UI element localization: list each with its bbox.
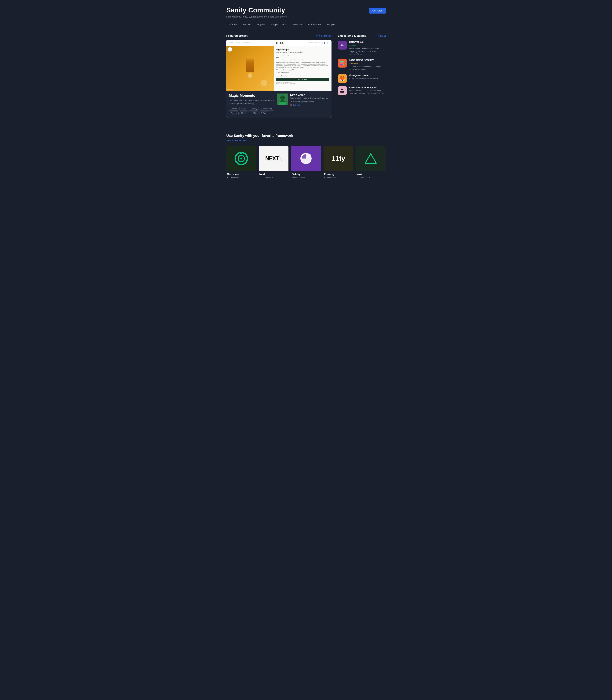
tool-item-lion-queen: 🦊 Lion Queen theme A Lion Queen theme fo… [338, 74, 386, 83]
section-title-featured: Featured project [226, 34, 248, 37]
svg-rect-7 [339, 60, 345, 66]
location-icon: 📍 [290, 101, 292, 103]
prima-content-side: Night Magic Intensive facial oil for hyd… [274, 46, 332, 91]
svg-point-21 [240, 158, 242, 159]
hire-icon: 💼 [290, 104, 292, 106]
nav-item-starters[interactable]: Starters [226, 21, 240, 28]
person-name: Kevin Green [290, 94, 329, 96]
page-subtitle: Find what you need. Learn new things. Sh… [226, 15, 287, 18]
tool-desc-giphy: Get hold of those animated GIFs right in… [349, 66, 386, 71]
tool-badge-featured: ☆ Featured [349, 62, 358, 65]
framework-card-nuxt[interactable]: Nuxt 12 contributions [356, 146, 386, 180]
header-left: Sanity Community Find what you need. Lea… [226, 6, 287, 18]
project-desc: CBD Wellness brand with a focus on edito… [229, 99, 275, 105]
prima-image-side: ✓ VERIFIED CBD FACE OIL [226, 46, 274, 91]
tool-desc-gatsby-cloud: Sanity Studio Dashboard Widget for trigg… [349, 47, 386, 55]
svg-rect-8 [340, 61, 342, 62]
framework-contrib-nuxt: 12 contributions [357, 176, 385, 178]
framework-card-gatsby[interactable]: Gatsby 24 contributions [291, 146, 321, 180]
tool-item-unsplash: Asset source for Unsplash Search photos … [338, 86, 386, 95]
main-content: Featured project View all projects SHOP … [223, 28, 389, 127]
tag-ecommerce[interactable]: E-commerce [260, 107, 274, 111]
framework-card-gridsome[interactable]: Gridsome 16 contributions [226, 146, 256, 180]
nav-item-guides[interactable]: Guides [240, 21, 254, 28]
tool-desc-lion-queen: A Lion Queen theme for the Studio [349, 77, 378, 80]
main-nav: Starters Guides Projects Plugins & tools… [223, 21, 389, 28]
tool-badge-official: ✓ Official [349, 44, 356, 46]
person-card: Kevin Green Technical Consultant & Inter… [277, 94, 329, 115]
tag-react[interactable]: React [239, 107, 248, 111]
person-location: 📍 United States of America [290, 101, 329, 103]
tag-gatsby[interactable]: Gatsby [229, 107, 238, 111]
tag-marketo[interactable]: Marketo [239, 112, 250, 115]
frameworks-grid: Gridsome 16 contributions NEXT╲ Next 12 … [226, 146, 386, 180]
tools-header: Latest tools & plugins View all [338, 34, 386, 38]
view-all-projects-link[interactable]: View all projects [316, 34, 332, 37]
svg-rect-10 [340, 64, 342, 65]
tools-list: Gatsby Cloud ✓ Official Sanity Studio Da… [338, 41, 386, 95]
tag-bcorp[interactable]: B-Corp [259, 112, 269, 115]
tool-name-gatsby-cloud: Gatsby Cloud [349, 41, 386, 43]
tag-framer[interactable]: Framer [229, 112, 239, 115]
svg-rect-13 [343, 62, 344, 64]
page-title: Sanity Community [226, 6, 287, 14]
svg-point-20 [240, 153, 242, 154]
svg-rect-12 [343, 61, 344, 62]
view-all-tools-link[interactable]: View all [378, 34, 386, 37]
project-details: Magic Moments CBD Wellness brand with a … [229, 94, 275, 115]
svg-rect-3 [280, 97, 282, 98]
nav-item-projects[interactable]: Projects [254, 21, 268, 28]
tag-shopify[interactable]: Shopify [249, 107, 259, 111]
tool-icon-lion-queen: 🦊 [338, 74, 347, 83]
tools-section-title: Latest tools & plugins [338, 34, 366, 38]
person-job-title: Technical Consultant & Internet Craftsma… [290, 97, 329, 99]
tag-dtc[interactable]: DTC [251, 112, 258, 115]
prima-body: ✓ VERIFIED CBD FACE OIL Night [226, 46, 332, 91]
tool-info-giphy: Asset source for Giphy ☆ Featured Get ho… [349, 59, 386, 71]
svg-rect-16 [342, 89, 343, 90]
framework-logo-eleventy: 11ty [323, 146, 353, 171]
svg-marker-23 [365, 154, 376, 163]
framework-logo-nuxt [356, 146, 386, 171]
prima-nav: SHOP ▾ ABOUT ▾ MAGAZINE ▾ prima. REFER A… [226, 40, 332, 46]
framework-card-next[interactable]: NEXT╲ Next 12 contributions [259, 146, 289, 180]
nav-item-frameworks[interactable]: Frameworks [305, 21, 324, 28]
tool-item-giphy: Asset source for Giphy ☆ Featured Get ho… [338, 59, 386, 71]
svg-rect-14 [343, 64, 344, 65]
frameworks-title: Use Sanity with your favorite framework [226, 134, 386, 138]
svg-rect-11 [342, 61, 343, 62]
svg-rect-9 [340, 62, 342, 64]
person-hire-status: 💼 For hire [290, 104, 329, 106]
framework-name-gridsome: Gridsome [227, 173, 255, 176]
frameworks-header: Use Sanity with your favorite framework … [226, 134, 386, 142]
featured-project-title: Featured project [226, 34, 248, 38]
tool-info-unsplash: Asset source for Unsplash Search photos … [349, 86, 386, 95]
view-all-frameworks-link[interactable]: View all frameworks [226, 139, 246, 142]
framework-info-gridsome: Gridsome 16 contributions [226, 171, 256, 180]
framework-logo-next: NEXT╲ [259, 146, 289, 171]
nav-item-schemas[interactable]: Schemas [290, 21, 305, 28]
framework-logo-gatsby [291, 146, 321, 171]
nav-item-people[interactable]: People [324, 21, 337, 28]
lion-queen-icon: 🦊 [339, 75, 346, 82]
tool-icon-gatsby-cloud [338, 41, 347, 49]
star-icon: ☆ [349, 62, 351, 65]
nav-item-plugins[interactable]: Plugins & tools [268, 21, 290, 28]
prima-mockup: SHOP ▾ ABOUT ▾ MAGAZINE ▾ prima. REFER A… [226, 40, 332, 91]
framework-contrib-gridsome: 16 contributions [227, 176, 255, 178]
project-title: Magic Moments [229, 94, 275, 98]
person-avatar [277, 94, 288, 105]
framework-contrib-next: 12 contributions [259, 176, 288, 178]
framework-name-eleventy: Eleventy [324, 173, 353, 176]
right-column: Latest tools & plugins View all Gatsby C… [338, 34, 386, 121]
framework-info-eleventy: Eleventy 9 contributions [323, 171, 353, 180]
framework-info-nuxt: Nuxt 12 contributions [356, 171, 386, 180]
framework-card-eleventy[interactable]: 11ty Eleventy 9 contributions [323, 146, 353, 180]
framework-name-nuxt: Nuxt [357, 173, 385, 176]
framework-name-gatsby: Gatsby [292, 173, 320, 176]
get-listed-button[interactable]: Get listed [369, 8, 386, 14]
tool-desc-unsplash: Search photos on Unsplash and insert the… [349, 89, 386, 95]
framework-name-next: Next [259, 173, 288, 176]
project-tags: Gatsby React Shopify E-commerce Framer M… [229, 107, 275, 115]
framework-contrib-eleventy: 9 contributions [324, 176, 353, 178]
